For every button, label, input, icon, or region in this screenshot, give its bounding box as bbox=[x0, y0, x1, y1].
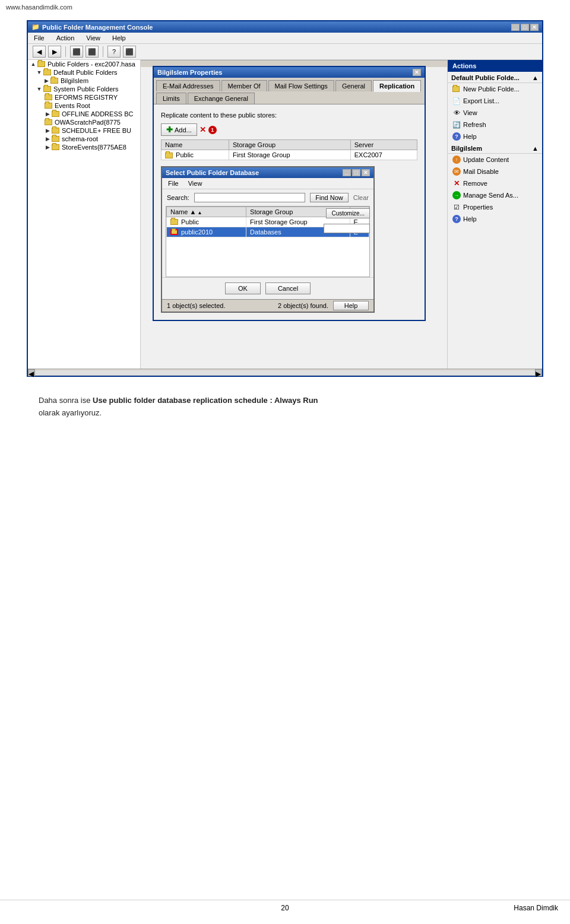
tab-member-of[interactable]: Member Of bbox=[221, 80, 267, 91]
tree-item-events[interactable]: Events Root bbox=[28, 101, 140, 110]
add-btn-label: Add... bbox=[175, 126, 192, 134]
action-label-refresh: Refresh bbox=[463, 121, 486, 128]
clear-button[interactable]: Clear bbox=[353, 194, 369, 201]
scroll-right-btn[interactable]: ▶ bbox=[535, 369, 542, 376]
tree-item-store[interactable]: ▶ StoreEvents{8775AE8 bbox=[28, 143, 140, 151]
body-text-bold: Use public folder database replication s… bbox=[93, 396, 318, 405]
bottom-scrollbar[interactable]: ◀ ▶ bbox=[28, 369, 542, 376]
menu-file[interactable]: File bbox=[33, 34, 46, 42]
action-label-update: Update Content bbox=[463, 156, 509, 163]
toolbar-btn-5[interactable]: ⬛ bbox=[123, 46, 136, 58]
action-refresh[interactable]: 🔄 Refresh bbox=[448, 119, 542, 131]
help-button[interactable]: Help bbox=[333, 301, 369, 310]
tree-label-bilgi: BilgiIslem bbox=[61, 77, 88, 84]
menu-view[interactable]: View bbox=[85, 34, 102, 42]
select-db-menu-view[interactable]: View bbox=[187, 179, 204, 188]
toolbar-btn-3[interactable]: ⬛ bbox=[86, 46, 99, 58]
find-now-button[interactable]: Find Now bbox=[310, 193, 348, 202]
action-label-send-as: Manage Send As... bbox=[463, 192, 518, 199]
tree-item-public-folders[interactable]: ▲ Public Folders - exc2007.hasa bbox=[28, 60, 140, 68]
action-label-properties: Properties bbox=[463, 204, 493, 211]
tab-limits[interactable]: Limits bbox=[156, 93, 186, 104]
action-help-2[interactable]: ? Help bbox=[448, 213, 542, 225]
toolbar-forward[interactable]: ▶ bbox=[48, 46, 61, 58]
tree-item-offline[interactable]: ▶ OFFLINE ADDRESS BC bbox=[28, 110, 140, 118]
action-view[interactable]: 👁 View bbox=[448, 107, 542, 119]
scroll-left-btn[interactable]: ◀ bbox=[28, 369, 35, 376]
tree-label-owa: OWAScratchPad{8775 bbox=[55, 119, 121, 126]
minimize-button[interactable]: _ bbox=[511, 24, 520, 31]
tab-email[interactable]: E-Mail Addresses bbox=[156, 80, 220, 91]
maximize-button[interactable]: □ bbox=[521, 24, 529, 31]
tree-label-eforms: EFORMS REGISTRY bbox=[55, 94, 118, 101]
tree-item-schema[interactable]: ▶ schema-root bbox=[28, 135, 140, 143]
action-export-list[interactable]: 📄 Export List... bbox=[448, 95, 542, 107]
toolbar-back[interactable]: ◀ bbox=[33, 46, 46, 58]
cell-storage-group: First Storage Group bbox=[229, 150, 351, 160]
db-col-name[interactable]: Name ▲ bbox=[167, 207, 246, 217]
add-button[interactable]: ✚ Add... bbox=[161, 123, 197, 136]
action-properties[interactable]: ☑ Properties bbox=[448, 201, 542, 213]
toolbar-btn-2[interactable]: ⬛ bbox=[70, 46, 83, 58]
center-panel: BilgiIslem Properties ✕ E-Mail Addresses… bbox=[141, 60, 447, 369]
send-as-icon: → bbox=[452, 191, 461, 199]
menu-action[interactable]: Action bbox=[55, 34, 76, 42]
properties-win-controls[interactable]: ✕ bbox=[413, 69, 421, 76]
window-controls[interactable]: _ □ ✕ bbox=[511, 24, 539, 31]
tree-item-bilgiislem[interactable]: ▶ BilgiIslem bbox=[28, 77, 140, 85]
body-text-prefix: Daha sonra ise bbox=[39, 396, 93, 405]
select-db-min[interactable]: _ bbox=[343, 169, 351, 176]
expand-icon-store: ▶ bbox=[45, 144, 50, 150]
tab-mail-flow[interactable]: Mail Flow Settings bbox=[268, 80, 334, 91]
folder-icon-schedule bbox=[52, 128, 59, 134]
help-icon-2: ? bbox=[452, 215, 461, 223]
tab-replication[interactable]: Replication bbox=[373, 80, 421, 92]
action-help-1[interactable]: ? Help bbox=[448, 131, 542, 142]
expand-icon-default: ▼ bbox=[36, 69, 42, 75]
cancel-button[interactable]: Cancel bbox=[265, 282, 311, 294]
expand-icon: ▲ bbox=[30, 61, 36, 67]
select-db-max[interactable]: □ bbox=[352, 169, 360, 176]
tree-label-offline: OFFLINE ADDRESS BC bbox=[62, 110, 133, 118]
expand-icon-offline: ▶ bbox=[45, 111, 50, 117]
right-panel-actions: Actions Default Public Folde... ▲ New Pu… bbox=[447, 60, 542, 369]
customize-button[interactable]: Customize... bbox=[326, 208, 370, 218]
tree-item-eforms[interactable]: EFORMS REGISTRY bbox=[28, 93, 140, 101]
tree-item-schedule[interactable]: ▶ SCHEDULE+ FREE BU bbox=[28, 126, 140, 135]
action-new-folder[interactable]: New Public Folde... bbox=[448, 83, 542, 95]
scroll-track[interactable] bbox=[35, 370, 535, 375]
search-input[interactable] bbox=[194, 193, 305, 202]
menu-help[interactable]: Help bbox=[111, 34, 127, 42]
tree-label: Public Folders - exc2007.hasa bbox=[48, 61, 135, 68]
tree-item-system[interactable]: ▼ System Public Folders bbox=[28, 85, 140, 93]
main-title-bar: 📁 Public Folder Management Console _ □ ✕ bbox=[28, 21, 542, 33]
table-row[interactable]: Public First Storage Group EXC2007 bbox=[162, 150, 417, 160]
main-window-title: Public Folder Management Console bbox=[42, 24, 153, 31]
action-manage-send-as[interactable]: → Manage Send As... bbox=[448, 189, 542, 201]
actions-header: Actions bbox=[448, 60, 542, 72]
search-label: Search: bbox=[167, 194, 189, 201]
select-db-dialog: Select Public Folder Database _ □ ✕ File… bbox=[161, 166, 375, 313]
tab-general[interactable]: General bbox=[335, 80, 372, 91]
db-cell-name-2: public2010 bbox=[167, 227, 246, 237]
folder-icon-bilgi bbox=[50, 78, 58, 84]
properties-close-btn[interactable]: ✕ bbox=[413, 69, 421, 76]
tab-exchange-general[interactable]: Exchange General bbox=[188, 93, 255, 104]
main-window: 📁 Public Folder Management Console _ □ ✕… bbox=[27, 20, 543, 377]
tree-item-default[interactable]: ▼ Default Public Folders bbox=[28, 68, 140, 77]
select-db-win-controls[interactable]: _ □ ✕ bbox=[343, 169, 370, 176]
action-update-content[interactable]: ↑ Update Content bbox=[448, 154, 542, 166]
action-remove[interactable]: ✕ Remove bbox=[448, 177, 542, 189]
remove-button[interactable]: ✕ bbox=[200, 125, 206, 134]
close-button[interactable]: ✕ bbox=[530, 24, 539, 31]
select-db-menu-file[interactable]: File bbox=[167, 179, 180, 188]
select-db-close[interactable]: ✕ bbox=[362, 169, 370, 176]
col-server: Server bbox=[350, 140, 417, 150]
tree-item-owa[interactable]: OWAScratchPad{8775 bbox=[28, 118, 140, 126]
folder-icon-system bbox=[43, 86, 51, 92]
action-mail-disable[interactable]: ✉ Mail Disable bbox=[448, 166, 542, 177]
ok-button[interactable]: OK bbox=[225, 282, 261, 294]
text-field-box[interactable] bbox=[324, 224, 370, 233]
refresh-icon: 🔄 bbox=[452, 120, 461, 129]
toolbar-btn-4[interactable]: ? bbox=[107, 46, 121, 58]
